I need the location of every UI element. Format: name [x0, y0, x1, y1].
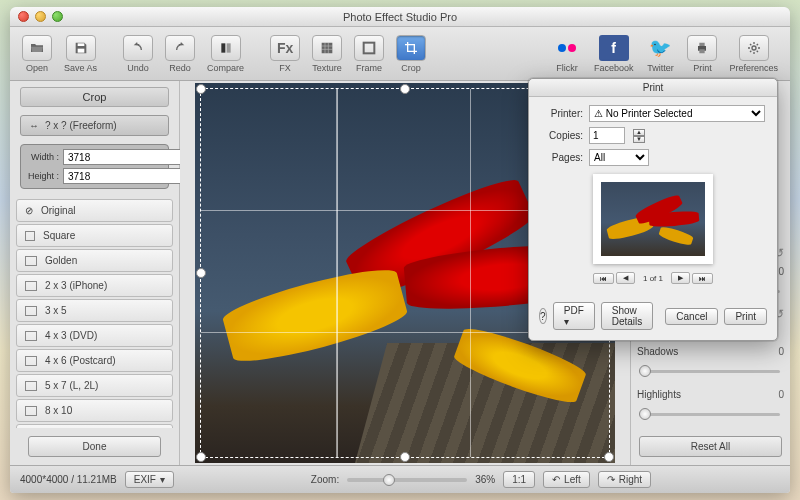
svg-point-5 — [752, 46, 756, 50]
minimize-window-icon[interactable] — [35, 11, 46, 22]
zoom-window-icon[interactable] — [52, 11, 63, 22]
ratio-golden[interactable]: Golden — [16, 249, 173, 272]
svg-rect-1 — [77, 48, 84, 52]
print-icon — [687, 35, 717, 61]
close-window-icon[interactable] — [18, 11, 29, 22]
statusbar: 4000*4000 / 11.21MB EXIF ▾ Zoom: 36% 1:1… — [10, 465, 790, 493]
compare-icon — [211, 35, 241, 61]
toolbar: Open Save As Undo Redo Compare FxFX Text… — [10, 27, 790, 81]
undo-icon — [123, 35, 153, 61]
crop-handle-bl[interactable] — [196, 452, 206, 462]
status-dimensions: 4000*4000 / 11.21MB — [20, 474, 117, 485]
crop-handle-ml[interactable] — [196, 268, 206, 278]
svg-rect-2 — [221, 43, 225, 52]
copies-input[interactable] — [589, 127, 625, 144]
print-dialog: Print Printer: ⚠ No Printer Selected Cop… — [528, 78, 778, 341]
titlebar: Photo Effect Studio Pro — [10, 7, 790, 27]
rect-icon — [25, 306, 37, 316]
crop-sidebar: Crop ↔ ? x ? (Freeform) Width : Height :… — [10, 81, 180, 465]
highlights-label: Highlights — [637, 389, 764, 400]
rotate-left-button[interactable]: ↶ Left — [543, 471, 590, 488]
cancel-button[interactable]: Cancel — [665, 308, 718, 325]
square-icon — [25, 231, 35, 241]
print-button[interactable]: Print — [683, 33, 721, 75]
open-folder-icon — [22, 35, 52, 61]
facebook-button[interactable]: fFacebook — [590, 33, 638, 75]
svg-rect-3 — [226, 43, 230, 52]
facebook-icon: f — [599, 35, 629, 61]
prev-page-button[interactable]: ◀ — [616, 272, 635, 284]
compare-button[interactable]: Compare — [203, 33, 248, 75]
show-details-button[interactable]: Show Details — [601, 302, 654, 330]
crop-handle-tm[interactable] — [400, 84, 410, 94]
preferences-button[interactable]: Preferences — [725, 33, 782, 75]
flickr-button[interactable]: Flickr — [548, 33, 586, 75]
fx-icon: Fx — [270, 35, 300, 61]
ratio-4x3[interactable]: 4 x 3 (DVD) — [16, 324, 173, 347]
rect-icon — [25, 406, 37, 416]
ratio-original[interactable]: ⊘Original — [16, 199, 173, 222]
ratio-list: ⊘Original Square Golden 2 x 3 (iPhone) 3… — [16, 199, 173, 428]
width-input[interactable] — [63, 149, 185, 165]
last-page-button[interactable]: ⏭ — [692, 273, 713, 284]
ratio-16x9[interactable]: 16 x 9 — [16, 424, 173, 428]
svg-rect-0 — [77, 43, 84, 46]
pages-select[interactable]: All — [589, 149, 649, 166]
reset-all-button[interactable]: Reset All — [639, 436, 782, 457]
page-position: 1 of 1 — [643, 274, 663, 283]
crop-icon — [396, 35, 426, 61]
freeform-button[interactable]: ↔ ? x ? (Freeform) — [20, 115, 169, 136]
crop-handle-br[interactable] — [604, 452, 614, 462]
twitter-button[interactable]: 🐦Twitter — [641, 33, 679, 75]
rect-icon — [25, 331, 37, 341]
first-page-button[interactable]: ⏮ — [593, 273, 614, 284]
redo-button[interactable]: Redo — [161, 33, 199, 75]
panel-title: Crop — [20, 87, 169, 107]
height-input[interactable] — [63, 168, 185, 184]
zoom-slider[interactable] — [347, 478, 467, 482]
shadows-slider[interactable] — [641, 365, 780, 377]
shadows-value: 0 — [770, 346, 784, 357]
window-controls — [10, 11, 63, 22]
copies-stepper[interactable]: ▲▼ — [633, 129, 645, 143]
no-icon: ⊘ — [25, 205, 33, 216]
freeform-icon: ↔ — [29, 120, 39, 131]
ratio-square[interactable]: Square — [16, 224, 173, 247]
highlights-slider[interactable] — [641, 408, 780, 420]
zoom-label: Zoom: — [311, 474, 339, 485]
ratio-5x7[interactable]: 5 x 7 (L, 2L) — [16, 374, 173, 397]
page-navigator: ⏮ ◀ 1 of 1 ▶ ⏭ — [541, 272, 765, 284]
print-dialog-title: Print — [529, 79, 777, 97]
shadows-label: Shadows — [637, 346, 764, 357]
frame-button[interactable]: Frame — [350, 33, 388, 75]
ratio-8x10[interactable]: 8 x 10 — [16, 399, 173, 422]
rect-icon — [25, 381, 37, 391]
ratio-2x3[interactable]: 2 x 3 (iPhone) — [16, 274, 173, 297]
zoom-value: 36% — [475, 474, 495, 485]
height-label: Height : — [25, 171, 59, 181]
done-button[interactable]: Done — [28, 436, 161, 457]
ratio-3x5[interactable]: 3 x 5 — [16, 299, 173, 322]
undo-button[interactable]: Undo — [119, 33, 157, 75]
pdf-button[interactable]: PDF ▾ — [553, 302, 595, 330]
zoom-11-button[interactable]: 1:1 — [503, 471, 535, 488]
exif-button[interactable]: EXIF ▾ — [125, 471, 174, 488]
print-preview — [593, 174, 713, 264]
fx-button[interactable]: FxFX — [266, 33, 304, 75]
crop-button[interactable]: Crop — [392, 33, 430, 75]
texture-button[interactable]: Texture — [308, 33, 346, 75]
printer-select[interactable]: ⚠ No Printer Selected — [589, 105, 765, 122]
crop-handle-tl[interactable] — [196, 84, 206, 94]
help-button[interactable]: ? — [539, 308, 547, 324]
crop-handle-bm[interactable] — [400, 452, 410, 462]
window-title: Photo Effect Studio Pro — [10, 11, 790, 23]
next-page-button[interactable]: ▶ — [671, 272, 690, 284]
save-as-button[interactable]: Save As — [60, 33, 101, 75]
ratio-4x6[interactable]: 4 x 6 (Postcard) — [16, 349, 173, 372]
print-confirm-button[interactable]: Print — [724, 308, 767, 325]
width-label: Width : — [25, 152, 59, 162]
open-button[interactable]: Open — [18, 33, 56, 75]
rect-icon — [25, 356, 37, 366]
copies-label: Copies: — [541, 130, 583, 141]
rotate-right-button[interactable]: ↷ Right — [598, 471, 651, 488]
